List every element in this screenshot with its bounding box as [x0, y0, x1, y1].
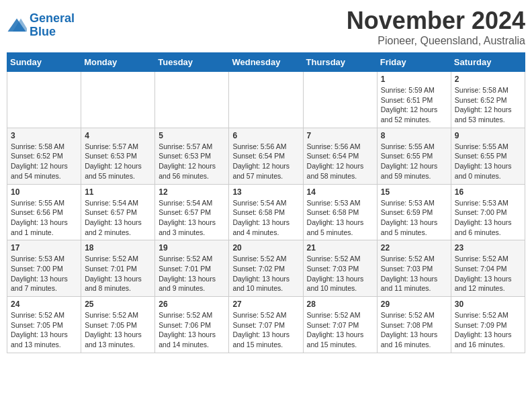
day-info: Sunrise: 5:54 AM Sunset: 6:58 PM Dayligh…	[232, 198, 299, 238]
calendar-cell: 22Sunrise: 5:52 AM Sunset: 7:03 PM Dayli…	[377, 240, 451, 297]
day-info: Sunrise: 5:55 AM Sunset: 6:55 PM Dayligh…	[455, 142, 521, 181]
day-number: 7	[307, 131, 373, 140]
weekday-header-sunday: Sunday	[7, 53, 81, 72]
week-row-2: 3Sunrise: 5:58 AM Sunset: 6:52 PM Daylig…	[7, 128, 525, 184]
calendar-cell: 24Sunrise: 5:52 AM Sunset: 7:05 PM Dayli…	[7, 297, 81, 353]
calendar-cell	[229, 72, 303, 128]
day-info: Sunrise: 5:52 AM Sunset: 7:05 PM Dayligh…	[11, 310, 77, 350]
weekday-header-wednesday: Wednesday	[229, 53, 303, 72]
day-number: 29	[381, 300, 447, 309]
calendar-cell: 28Sunrise: 5:52 AM Sunset: 7:07 PM Dayli…	[303, 297, 377, 353]
day-number: 20	[232, 243, 299, 253]
day-info: Sunrise: 5:55 AM Sunset: 6:55 PM Dayligh…	[381, 142, 447, 181]
day-info: Sunrise: 5:52 AM Sunset: 7:03 PM Dayligh…	[381, 254, 447, 293]
day-number: 26	[159, 300, 225, 309]
week-row-3: 10Sunrise: 5:55 AM Sunset: 6:56 PM Dayli…	[7, 184, 525, 240]
day-number: 22	[381, 243, 447, 253]
day-number: 15	[381, 187, 447, 197]
day-info: Sunrise: 5:52 AM Sunset: 7:04 PM Dayligh…	[455, 254, 521, 293]
calendar-cell	[155, 72, 229, 128]
day-info: Sunrise: 5:53 AM Sunset: 7:00 PM Dayligh…	[455, 198, 521, 238]
day-number: 25	[85, 300, 151, 309]
day-info: Sunrise: 5:53 AM Sunset: 6:59 PM Dayligh…	[381, 198, 447, 238]
weekday-header-monday: Monday	[81, 53, 155, 72]
calendar-cell: 25Sunrise: 5:52 AM Sunset: 7:05 PM Dayli…	[81, 297, 155, 353]
logo-icon	[7, 17, 27, 34]
day-number: 18	[85, 243, 151, 253]
title-block: November 2024 Pioneer, Queensland, Austr…	[347, 7, 525, 47]
day-number: 12	[159, 187, 225, 197]
day-info: Sunrise: 5:59 AM Sunset: 6:51 PM Dayligh…	[381, 85, 447, 125]
calendar-cell: 30Sunrise: 5:52 AM Sunset: 7:09 PM Dayli…	[451, 297, 525, 353]
calendar-cell: 7Sunrise: 5:56 AM Sunset: 6:54 PM Daylig…	[303, 128, 377, 184]
day-number: 13	[232, 187, 299, 197]
month-title: November 2024	[347, 7, 525, 35]
calendar-cell: 26Sunrise: 5:52 AM Sunset: 7:06 PM Dayli…	[155, 297, 229, 353]
day-info: Sunrise: 5:55 AM Sunset: 6:56 PM Dayligh…	[11, 198, 77, 238]
week-row-4: 17Sunrise: 5:53 AM Sunset: 7:00 PM Dayli…	[7, 240, 525, 297]
day-number: 23	[455, 243, 521, 253]
calendar-cell: 4Sunrise: 5:57 AM Sunset: 6:53 PM Daylig…	[81, 128, 155, 184]
day-info: Sunrise: 5:52 AM Sunset: 7:01 PM Dayligh…	[159, 254, 225, 293]
calendar-cell: 29Sunrise: 5:52 AM Sunset: 7:08 PM Dayli…	[377, 297, 451, 353]
day-info: Sunrise: 5:53 AM Sunset: 7:00 PM Dayligh…	[11, 254, 77, 293]
calendar-cell: 2Sunrise: 5:58 AM Sunset: 6:52 PM Daylig…	[451, 72, 525, 128]
weekday-header-saturday: Saturday	[451, 53, 525, 72]
calendar-cell: 5Sunrise: 5:57 AM Sunset: 6:53 PM Daylig…	[155, 128, 229, 184]
day-info: Sunrise: 5:54 AM Sunset: 6:57 PM Dayligh…	[159, 198, 225, 238]
day-number: 24	[11, 300, 77, 309]
logo: General Blue	[7, 12, 75, 39]
calendar-cell: 11Sunrise: 5:54 AM Sunset: 6:57 PM Dayli…	[81, 184, 155, 240]
day-number: 5	[159, 131, 225, 140]
weekday-header-row: SundayMondayTuesdayWednesdayThursdayFrid…	[7, 53, 525, 72]
day-number: 9	[455, 131, 521, 140]
weekday-header-thursday: Thursday	[303, 53, 377, 72]
calendar-cell: 20Sunrise: 5:52 AM Sunset: 7:02 PM Dayli…	[229, 240, 303, 297]
day-number: 4	[85, 131, 151, 140]
calendar-cell: 8Sunrise: 5:55 AM Sunset: 6:55 PM Daylig…	[377, 128, 451, 184]
day-info: Sunrise: 5:52 AM Sunset: 7:02 PM Dayligh…	[232, 254, 299, 293]
location: Pioneer, Queensland, Australia	[347, 35, 525, 47]
page-header: General Blue November 2024 Pioneer, Quee…	[7, 7, 525, 47]
calendar-cell: 21Sunrise: 5:52 AM Sunset: 7:03 PM Dayli…	[303, 240, 377, 297]
day-number: 30	[455, 300, 521, 309]
calendar-table: SundayMondayTuesdayWednesdayThursdayFrid…	[7, 52, 525, 353]
calendar-cell: 19Sunrise: 5:52 AM Sunset: 7:01 PM Dayli…	[155, 240, 229, 297]
day-number: 28	[307, 300, 373, 309]
day-info: Sunrise: 5:52 AM Sunset: 7:03 PM Dayligh…	[307, 254, 373, 293]
logo-text: General Blue	[30, 12, 75, 39]
day-info: Sunrise: 5:52 AM Sunset: 7:09 PM Dayligh…	[455, 310, 521, 350]
calendar-cell	[303, 72, 377, 128]
day-info: Sunrise: 5:56 AM Sunset: 6:54 PM Dayligh…	[307, 142, 373, 181]
calendar-cell: 10Sunrise: 5:55 AM Sunset: 6:56 PM Dayli…	[7, 184, 81, 240]
calendar-cell: 1Sunrise: 5:59 AM Sunset: 6:51 PM Daylig…	[377, 72, 451, 128]
calendar-cell: 17Sunrise: 5:53 AM Sunset: 7:00 PM Dayli…	[7, 240, 81, 297]
week-row-1: 1Sunrise: 5:59 AM Sunset: 6:51 PM Daylig…	[7, 72, 525, 128]
calendar-cell: 9Sunrise: 5:55 AM Sunset: 6:55 PM Daylig…	[451, 128, 525, 184]
day-info: Sunrise: 5:58 AM Sunset: 6:52 PM Dayligh…	[11, 142, 77, 181]
day-info: Sunrise: 5:57 AM Sunset: 6:53 PM Dayligh…	[159, 142, 225, 181]
day-info: Sunrise: 5:52 AM Sunset: 7:01 PM Dayligh…	[85, 254, 151, 293]
weekday-header-tuesday: Tuesday	[155, 53, 229, 72]
day-number: 8	[381, 131, 447, 140]
day-info: Sunrise: 5:52 AM Sunset: 7:05 PM Dayligh…	[85, 310, 151, 350]
week-row-5: 24Sunrise: 5:52 AM Sunset: 7:05 PM Dayli…	[7, 297, 525, 353]
calendar-cell	[7, 72, 81, 128]
day-info: Sunrise: 5:53 AM Sunset: 6:58 PM Dayligh…	[307, 198, 373, 238]
weekday-header-friday: Friday	[377, 53, 451, 72]
calendar-cell: 15Sunrise: 5:53 AM Sunset: 6:59 PM Dayli…	[377, 184, 451, 240]
day-number: 1	[381, 75, 447, 84]
day-info: Sunrise: 5:54 AM Sunset: 6:57 PM Dayligh…	[85, 198, 151, 238]
day-number: 2	[455, 75, 521, 84]
day-info: Sunrise: 5:56 AM Sunset: 6:54 PM Dayligh…	[232, 142, 299, 181]
calendar-cell: 14Sunrise: 5:53 AM Sunset: 6:58 PM Dayli…	[303, 184, 377, 240]
calendar-cell: 13Sunrise: 5:54 AM Sunset: 6:58 PM Dayli…	[229, 184, 303, 240]
day-number: 14	[307, 187, 373, 197]
day-info: Sunrise: 5:52 AM Sunset: 7:07 PM Dayligh…	[307, 310, 373, 350]
calendar-cell: 16Sunrise: 5:53 AM Sunset: 7:00 PM Dayli…	[451, 184, 525, 240]
day-number: 27	[232, 300, 299, 309]
day-info: Sunrise: 5:52 AM Sunset: 7:08 PM Dayligh…	[381, 310, 447, 350]
day-number: 21	[307, 243, 373, 253]
day-number: 11	[85, 187, 151, 197]
day-info: Sunrise: 5:57 AM Sunset: 6:53 PM Dayligh…	[85, 142, 151, 181]
